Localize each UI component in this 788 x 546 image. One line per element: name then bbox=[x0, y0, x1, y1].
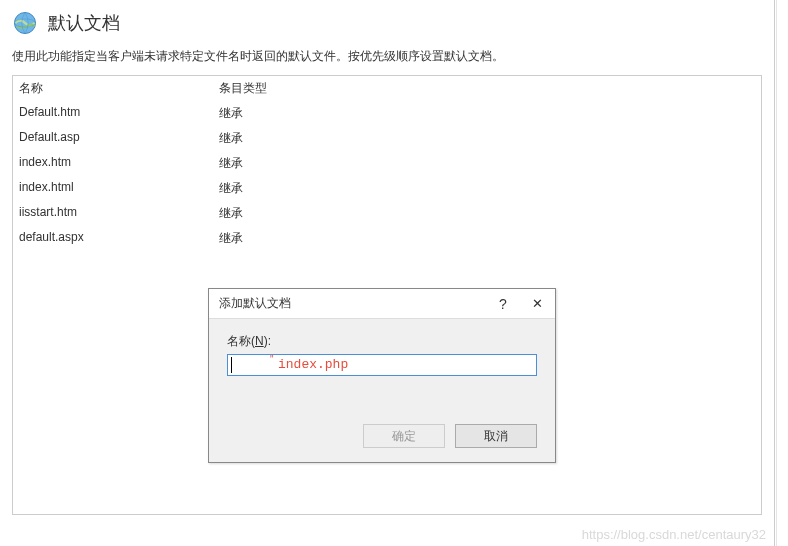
watermark-text: https://blog.csdn.net/centaury32 bbox=[582, 527, 766, 542]
cell-name: default.aspx bbox=[13, 228, 213, 249]
table-body: Default.htm 继承 Default.asp 继承 index.htm … bbox=[13, 101, 761, 251]
page-title: 默认文档 bbox=[48, 11, 120, 35]
close-icon[interactable]: ✕ bbox=[527, 296, 547, 311]
name-input[interactable]: " index.php bbox=[227, 354, 537, 376]
dialog-controls: ? ✕ bbox=[493, 296, 547, 312]
cell-name: Default.htm bbox=[13, 103, 213, 124]
dialog-footer: 确定 取消 bbox=[209, 414, 555, 462]
cell-type: 继承 bbox=[213, 153, 413, 174]
description-text: 使用此功能指定当客户端未请求特定文件名时返回的默认文件。按优先级顺序设置默认文档… bbox=[0, 42, 774, 75]
header: 默认文档 bbox=[0, 0, 774, 42]
cell-type: 继承 bbox=[213, 103, 413, 124]
table-row[interactable]: Default.htm 继承 bbox=[13, 101, 761, 126]
table-row[interactable]: iisstart.htm 继承 bbox=[13, 201, 761, 226]
dialog-title: 添加默认文档 bbox=[219, 295, 291, 312]
add-default-doc-dialog: 添加默认文档 ? ✕ 名称(N): " index.php 确定 取消 bbox=[208, 288, 556, 463]
annotation-text: index.php bbox=[278, 357, 348, 372]
name-field-label: 名称(N): bbox=[227, 333, 537, 350]
ok-button[interactable]: 确定 bbox=[363, 424, 445, 448]
table-row[interactable]: Default.asp 继承 bbox=[13, 126, 761, 151]
cell-name: index.htm bbox=[13, 153, 213, 174]
annotation-tick: " bbox=[270, 354, 274, 365]
cell-type: 继承 bbox=[213, 128, 413, 149]
dialog-titlebar[interactable]: 添加默认文档 ? ✕ bbox=[209, 289, 555, 319]
column-header-type[interactable]: 条目类型 bbox=[213, 76, 413, 101]
main-panel: 默认文档 使用此功能指定当客户端未请求特定文件名时返回的默认文件。按优先级顺序设… bbox=[0, 0, 775, 546]
side-panel-sliver bbox=[776, 0, 788, 546]
globe-icon bbox=[12, 10, 38, 36]
dialog-body: 名称(N): " index.php bbox=[209, 319, 555, 376]
table-row[interactable]: index.htm 继承 bbox=[13, 151, 761, 176]
label-suffix: ): bbox=[264, 334, 271, 348]
cell-type: 继承 bbox=[213, 178, 413, 199]
help-icon[interactable]: ? bbox=[493, 296, 513, 312]
label-accel: N bbox=[255, 334, 264, 348]
column-header-name[interactable]: 名称 bbox=[13, 76, 213, 101]
cell-type: 继承 bbox=[213, 228, 413, 249]
label-prefix: 名称( bbox=[227, 334, 255, 348]
table-row[interactable]: index.html 继承 bbox=[13, 176, 761, 201]
cell-name: Default.asp bbox=[13, 128, 213, 149]
table-row[interactable]: default.aspx 继承 bbox=[13, 226, 761, 251]
cell-name: index.html bbox=[13, 178, 213, 199]
cell-type: 继承 bbox=[213, 203, 413, 224]
text-cursor bbox=[231, 357, 232, 373]
cancel-button[interactable]: 取消 bbox=[455, 424, 537, 448]
table-header: 名称 条目类型 bbox=[13, 76, 761, 101]
cell-name: iisstart.htm bbox=[13, 203, 213, 224]
